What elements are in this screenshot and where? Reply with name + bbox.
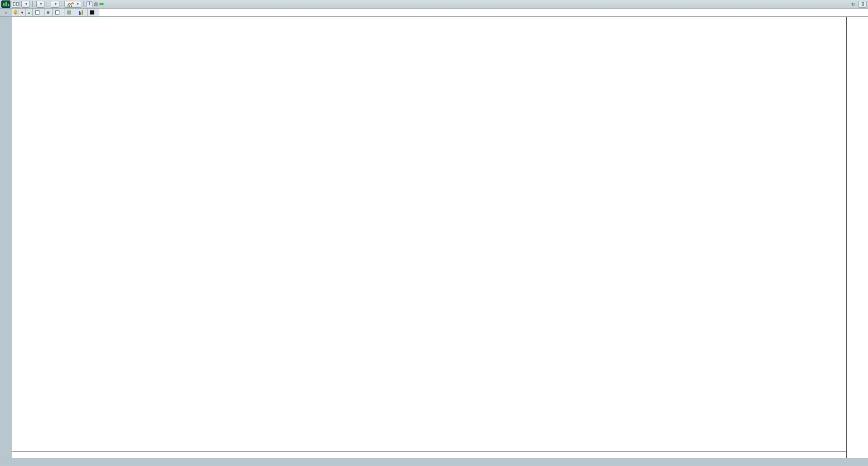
legend-row: ˄ ▼ ▲ ≡ xyxy=(0,9,868,17)
multiavisos-icon xyxy=(90,10,94,15)
trading-app: i ↻ ˄ ▼ ▲ ≡ xyxy=(0,0,868,466)
status-dot-icon xyxy=(94,2,98,6)
app-logo-icon[interactable] xyxy=(1,0,10,8)
top-toolbar: i ↻ xyxy=(0,0,868,9)
sell-arrow-icon[interactable]: ▼ xyxy=(19,9,26,16)
legend-control[interactable] xyxy=(76,9,88,16)
workspace-icon[interactable] xyxy=(858,1,867,8)
bottom-bar xyxy=(0,458,868,466)
chart-canvas[interactable] xyxy=(12,17,846,451)
control-icon xyxy=(79,10,83,15)
price-axis[interactable] xyxy=(846,17,868,458)
indicators-icon xyxy=(67,2,74,7)
drawing-toolbar xyxy=(0,17,12,458)
change-badge xyxy=(99,3,104,5)
legend-cierre[interactable] xyxy=(53,9,64,16)
layout-icon[interactable] xyxy=(12,1,20,8)
cierre-checkbox[interactable] xyxy=(55,10,59,15)
list-icon[interactable]: ≡ xyxy=(44,9,53,16)
time-axis[interactable] xyxy=(12,451,846,458)
tunel-icon xyxy=(67,10,71,15)
legend-precio[interactable] xyxy=(33,9,44,16)
legend-tunel[interactable] xyxy=(64,9,76,16)
period-select[interactable] xyxy=(36,1,45,8)
refresh-icon[interactable]: ↻ xyxy=(849,1,857,7)
collapse-panel-button[interactable]: ˄ xyxy=(0,9,12,16)
indicators-menu[interactable] xyxy=(64,1,82,8)
units-select[interactable] xyxy=(51,1,59,8)
symbol-select[interactable] xyxy=(21,1,30,8)
alarm-legend-icon[interactable] xyxy=(12,9,19,16)
info-icon[interactable]: i xyxy=(86,1,93,7)
precio-checkbox[interactable] xyxy=(35,10,39,15)
buy-arrow-icon[interactable]: ▲ xyxy=(26,9,33,16)
legend-multiavisos[interactable] xyxy=(88,9,99,16)
